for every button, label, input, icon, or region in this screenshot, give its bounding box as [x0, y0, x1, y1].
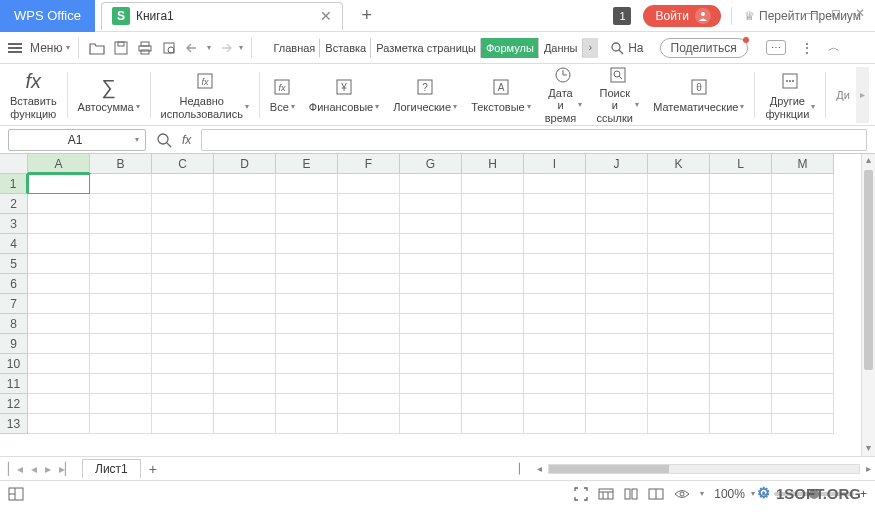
normal-view-icon[interactable]: [598, 488, 614, 500]
cell[interactable]: [90, 294, 152, 314]
cell[interactable]: [710, 374, 772, 394]
cell[interactable]: [400, 334, 462, 354]
cell[interactable]: [772, 334, 834, 354]
column-header[interactable]: D: [214, 154, 276, 174]
cell[interactable]: [462, 354, 524, 374]
cell[interactable]: [462, 254, 524, 274]
chat-icon[interactable]: ⋯: [766, 40, 786, 55]
cell[interactable]: [90, 394, 152, 414]
cell[interactable]: [586, 254, 648, 274]
cell[interactable]: [648, 394, 710, 414]
cell[interactable]: [152, 294, 214, 314]
namebox-dropdown-icon[interactable]: ▾: [135, 135, 139, 144]
print-icon[interactable]: [135, 38, 155, 58]
cell[interactable]: [586, 314, 648, 334]
maximize-icon[interactable]: ◻: [831, 6, 841, 20]
column-header[interactable]: B: [90, 154, 152, 174]
math-functions-button[interactable]: θ Математические▾: [649, 67, 748, 123]
cell[interactable]: [28, 394, 90, 414]
cell[interactable]: [338, 234, 400, 254]
cell[interactable]: [400, 354, 462, 374]
horizontal-scrollbar[interactable]: ▏ ◂ ▸: [515, 463, 875, 474]
cell[interactable]: [462, 414, 524, 434]
cell[interactable]: [276, 214, 338, 234]
cell[interactable]: [28, 214, 90, 234]
cell[interactable]: [400, 394, 462, 414]
cell[interactable]: [648, 174, 710, 194]
sheet-last-icon[interactable]: ▸▏: [59, 462, 74, 476]
logical-functions-button[interactable]: ? Логические▾: [389, 67, 461, 123]
hscroll-thumb[interactable]: [549, 465, 669, 473]
cell[interactable]: [772, 254, 834, 274]
cell[interactable]: [152, 394, 214, 414]
row-header[interactable]: 7: [0, 294, 28, 314]
cell[interactable]: [90, 234, 152, 254]
undo-icon[interactable]: [183, 38, 203, 58]
menu-label[interactable]: Меню: [30, 41, 62, 55]
cell[interactable]: [152, 414, 214, 434]
cell[interactable]: [400, 274, 462, 294]
cell[interactable]: [338, 394, 400, 414]
more-functions-button[interactable]: Другие функции▾: [761, 67, 819, 123]
cell[interactable]: [400, 314, 462, 334]
cell[interactable]: [90, 314, 152, 334]
cell[interactable]: [276, 374, 338, 394]
more-options-icon[interactable]: ⋮: [800, 40, 814, 56]
cell[interactable]: [710, 174, 772, 194]
cell[interactable]: [152, 314, 214, 334]
cell[interactable]: [276, 274, 338, 294]
select-all-corner[interactable]: [0, 154, 28, 174]
recent-functions-button[interactable]: fx Недавно использовались▾: [157, 67, 253, 123]
cell[interactable]: [276, 174, 338, 194]
text-functions-button[interactable]: A Текстовые▾: [467, 67, 535, 123]
cell[interactable]: [586, 234, 648, 254]
row-header[interactable]: 4: [0, 234, 28, 254]
new-tab-button[interactable]: +: [357, 5, 377, 26]
cell[interactable]: [400, 214, 462, 234]
cell[interactable]: [400, 374, 462, 394]
cell[interactable]: [462, 274, 524, 294]
cell[interactable]: [524, 234, 586, 254]
cell[interactable]: [462, 174, 524, 194]
cell[interactable]: [710, 274, 772, 294]
cell[interactable]: [90, 414, 152, 434]
formula-input[interactable]: [201, 129, 867, 151]
cell[interactable]: [28, 194, 90, 214]
cell[interactable]: [400, 294, 462, 314]
cell[interactable]: [710, 294, 772, 314]
cell[interactable]: [524, 274, 586, 294]
undo-dropdown-icon[interactable]: ▾: [207, 43, 211, 52]
column-header[interactable]: J: [586, 154, 648, 174]
autosum-button[interactable]: ∑ Автосумма▾: [74, 67, 144, 123]
cell[interactable]: [28, 274, 90, 294]
minimize-icon[interactable]: —: [805, 6, 817, 20]
view-dropdown-icon[interactable]: ▾: [700, 489, 704, 498]
datetime-functions-button[interactable]: Дата и время▾: [541, 67, 587, 123]
cell[interactable]: [648, 314, 710, 334]
cell[interactable]: [276, 354, 338, 374]
cell[interactable]: [214, 334, 276, 354]
cell[interactable]: [586, 214, 648, 234]
close-icon[interactable]: ✕: [855, 6, 865, 20]
cell[interactable]: [214, 414, 276, 434]
row-header[interactable]: 10: [0, 354, 28, 374]
cell[interactable]: [152, 274, 214, 294]
cell[interactable]: [586, 394, 648, 414]
cell[interactable]: [586, 414, 648, 434]
cell[interactable]: [28, 294, 90, 314]
cell[interactable]: [772, 294, 834, 314]
cell[interactable]: [338, 174, 400, 194]
cell[interactable]: [710, 394, 772, 414]
cell[interactable]: [524, 194, 586, 214]
collapse-ribbon-icon[interactable]: ︿: [828, 39, 840, 56]
cell[interactable]: [338, 414, 400, 434]
cell[interactable]: [772, 234, 834, 254]
hscroll-track[interactable]: [548, 464, 860, 474]
cell[interactable]: [90, 214, 152, 234]
name-box[interactable]: A1 ▾: [8, 129, 146, 151]
cell[interactable]: [214, 174, 276, 194]
cell[interactable]: [214, 214, 276, 234]
cell[interactable]: [524, 174, 586, 194]
open-folder-icon[interactable]: [87, 38, 107, 58]
cell[interactable]: [710, 254, 772, 274]
